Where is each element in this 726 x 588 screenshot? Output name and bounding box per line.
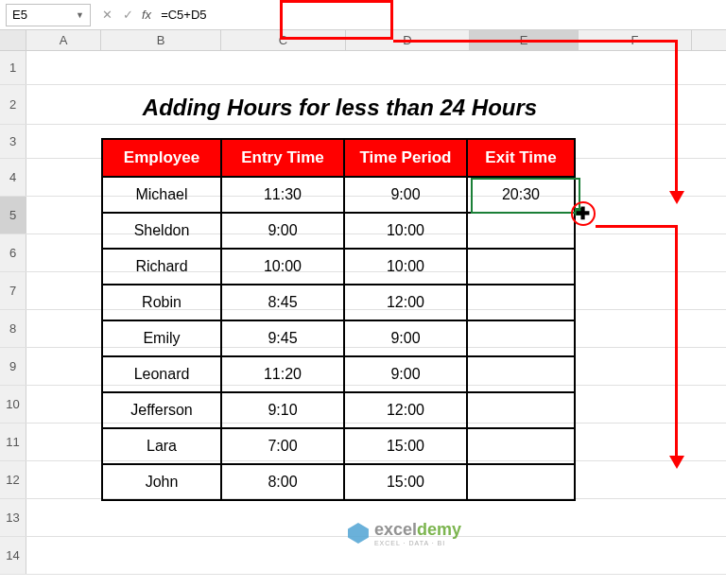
cell[interactable]: [26, 234, 101, 271]
table-cell[interactable]: 15:00: [344, 464, 467, 500]
cell[interactable]: [26, 310, 101, 347]
table-cell[interactable]: 10:00: [221, 249, 344, 285]
cell[interactable]: [579, 310, 692, 347]
table-cell[interactable]: 10:00: [344, 213, 467, 249]
cancel-formula-icon[interactable]: ✕: [96, 5, 117, 26]
table-cell[interactable]: [467, 213, 575, 249]
cell[interactable]: [26, 51, 101, 84]
table-cell[interactable]: [467, 428, 575, 464]
col-header-C[interactable]: C: [221, 30, 346, 50]
table-cell[interactable]: Emily: [102, 320, 221, 356]
cell[interactable]: [26, 386, 101, 423]
cell[interactable]: [470, 51, 579, 84]
col-header-B[interactable]: B: [101, 30, 221, 50]
table-cell[interactable]: 8:00: [221, 464, 344, 500]
table-cell[interactable]: Leonard: [102, 356, 221, 392]
cell[interactable]: [26, 348, 101, 385]
table-cell[interactable]: Sheldon: [102, 213, 221, 249]
row-header-14[interactable]: 14: [0, 537, 26, 574]
cell[interactable]: [26, 159, 101, 196]
cell[interactable]: [101, 499, 221, 536]
table-cell[interactable]: 9:00: [344, 177, 467, 213]
cell[interactable]: [221, 537, 346, 574]
table-cell[interactable]: [467, 285, 575, 320]
table-cell[interactable]: [467, 464, 575, 500]
row-header-4[interactable]: 4: [0, 159, 26, 196]
table-cell[interactable]: Richard: [102, 249, 221, 285]
cell[interactable]: [26, 424, 101, 460]
table-cell[interactable]: 7:00: [221, 428, 344, 464]
row-header-5[interactable]: 5: [0, 197, 26, 233]
table-cell[interactable]: 12:00: [344, 392, 467, 428]
cell[interactable]: [579, 159, 692, 196]
cell[interactable]: [579, 348, 692, 385]
chevron-down-icon[interactable]: ▼: [76, 10, 84, 20]
table-cell[interactable]: 20:30: [467, 177, 575, 213]
row-header-8[interactable]: 8: [0, 310, 26, 347]
name-box[interactable]: E5 ▼: [6, 4, 91, 26]
cell[interactable]: [101, 51, 221, 84]
table-cell[interactable]: [467, 356, 575, 392]
col-header-A[interactable]: A: [26, 30, 101, 50]
row-header-3[interactable]: 3: [0, 125, 26, 158]
cell[interactable]: [579, 424, 692, 460]
col-header-F[interactable]: F: [579, 30, 692, 50]
cell[interactable]: [26, 461, 101, 498]
row-header-11[interactable]: 11: [0, 424, 26, 460]
cell[interactable]: [26, 125, 101, 158]
row-header-13[interactable]: 13: [0, 499, 26, 536]
col-header-D[interactable]: D: [346, 30, 470, 50]
fx-icon[interactable]: fx: [142, 8, 151, 22]
cell[interactable]: [470, 537, 579, 574]
table-cell[interactable]: 9:45: [221, 320, 344, 356]
col-header-E[interactable]: E: [470, 30, 579, 50]
row-header-1[interactable]: 1: [0, 51, 26, 84]
cell[interactable]: [579, 234, 692, 271]
table-cell[interactable]: 9:10: [221, 392, 344, 428]
table-cell[interactable]: Jefferson: [102, 392, 221, 428]
cell[interactable]: [26, 85, 101, 124]
row-header-7[interactable]: 7: [0, 272, 26, 309]
formula-input[interactable]: =C5+D5: [155, 4, 720, 26]
table-cell[interactable]: 9:00: [344, 356, 467, 392]
table-cell[interactable]: 10:00: [344, 249, 467, 285]
cell[interactable]: [579, 537, 692, 574]
cell[interactable]: [579, 461, 692, 498]
accept-formula-icon[interactable]: ✓: [117, 5, 138, 26]
cell[interactable]: [221, 51, 346, 84]
row-header-2[interactable]: 2: [0, 85, 26, 124]
cell[interactable]: [26, 499, 101, 536]
cell[interactable]: [579, 499, 692, 536]
cell[interactable]: [579, 51, 692, 84]
table-cell[interactable]: 15:00: [344, 428, 467, 464]
cell[interactable]: [579, 272, 692, 309]
table-cell[interactable]: [467, 392, 575, 428]
cell[interactable]: [579, 386, 692, 423]
cell[interactable]: [579, 197, 692, 233]
table-cell[interactable]: Robin: [102, 285, 221, 320]
table-cell[interactable]: [467, 249, 575, 285]
table-cell[interactable]: 11:30: [221, 177, 344, 213]
cell[interactable]: [26, 537, 101, 574]
table-cell[interactable]: 11:20: [221, 356, 344, 392]
select-all-corner[interactable]: [0, 30, 26, 50]
cell[interactable]: [579, 125, 692, 158]
row-header-9[interactable]: 9: [0, 348, 26, 385]
cell[interactable]: [26, 272, 101, 309]
table-cell[interactable]: 9:00: [221, 213, 344, 249]
table-cell[interactable]: Michael: [102, 177, 221, 213]
table-cell[interactable]: Lara: [102, 428, 221, 464]
cell[interactable]: [221, 499, 346, 536]
table-cell[interactable]: 9:00: [344, 320, 467, 356]
table-cell[interactable]: John: [102, 464, 221, 500]
row-header-6[interactable]: 6: [0, 234, 26, 271]
cell[interactable]: [346, 51, 470, 84]
table-cell[interactable]: [467, 320, 575, 356]
cell[interactable]: [101, 537, 221, 574]
row-header-10[interactable]: 10: [0, 386, 26, 423]
cell[interactable]: [26, 197, 101, 233]
table-cell[interactable]: 12:00: [344, 285, 467, 320]
cell[interactable]: [470, 499, 579, 536]
cell[interactable]: [579, 85, 692, 124]
row-header-12[interactable]: 12: [0, 461, 26, 498]
